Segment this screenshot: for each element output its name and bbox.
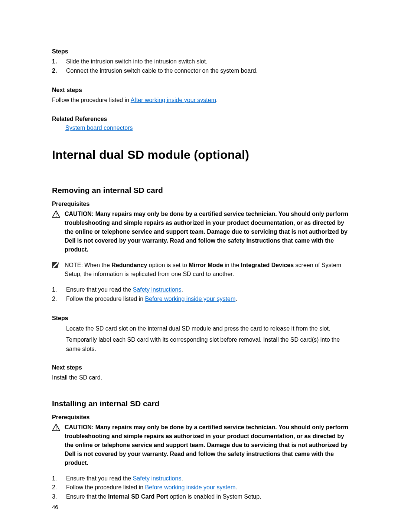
text-bold: Redundancy <box>111 262 147 268</box>
step-number: 1. <box>52 57 59 66</box>
steps-list-top: 1. Slide the intrusion switch into the i… <box>52 57 349 76</box>
steps-heading: Steps <box>52 315 349 322</box>
steps-body: Locate the SD card slot on the internal … <box>52 324 349 354</box>
caution-callout: CAUTION: Many repairs may only be done b… <box>52 423 349 467</box>
text: . <box>181 286 183 293</box>
text: in the <box>223 262 241 268</box>
list-item: 2. Connect the intrusion switch cable to… <box>52 66 349 76</box>
step-number: 1. <box>52 474 59 483</box>
step-number: 1. <box>52 285 59 295</box>
text-bold: Integrated Devices <box>241 262 294 268</box>
step-text: Temporarily label each SD card with its … <box>66 335 349 354</box>
caution-body: CAUTION: Many repairs may only be done b… <box>65 210 349 254</box>
text-bold: Mirror Mode <box>189 262 223 268</box>
text: Follow the procedure listed in <box>66 296 145 302</box>
text: . <box>181 475 183 482</box>
text: Follow the procedure listed in <box>66 484 145 490</box>
text-bold: Internal SD Card Port <box>108 493 168 500</box>
prerequisites-heading: Prerequisites <box>52 414 349 421</box>
note-label: NOTE: <box>65 262 84 268</box>
section-title: Internal dual SD module (optional) <box>52 148 349 162</box>
text: Ensure that you read the <box>66 475 133 482</box>
text: Follow the procedure listed in <box>52 97 131 103</box>
related-refs-item: System board connectors <box>52 125 349 131</box>
step-text: Connect the intrusion switch cable to th… <box>66 66 258 76</box>
list-item: 3. Ensure that the Internal SD Card Port… <box>52 492 349 502</box>
note-icon <box>52 261 60 279</box>
text: . <box>235 296 237 302</box>
steps-heading: Steps <box>52 48 349 55</box>
text: . <box>235 484 237 490</box>
step-text: Locate the SD card slot on the internal … <box>66 324 349 334</box>
next-steps-heading: Next steps <box>52 364 349 371</box>
removing-heading: Removing an internal SD card <box>52 186 349 195</box>
step-number: 2. <box>52 66 59 76</box>
before-working-link[interactable]: Before working inside your system <box>145 484 236 490</box>
caution-label: CAUTION: <box>65 211 95 217</box>
step-number: 2. <box>52 295 59 304</box>
text: . <box>216 97 218 103</box>
before-working-link[interactable]: Before working inside your system <box>145 296 236 302</box>
step-number: 2. <box>52 483 59 492</box>
prerequisites-heading: Prerequisites <box>52 201 349 207</box>
note-body: NOTE: When the Redundancy option is set … <box>65 261 349 279</box>
caution-icon <box>52 423 60 467</box>
caution-text: Many repairs may only be done by a certi… <box>65 211 348 253</box>
text: Ensure that the <box>66 493 108 500</box>
next-steps-text: Follow the procedure listed in After wor… <box>52 96 349 105</box>
system-board-connectors-link[interactable]: System board connectors <box>65 125 133 131</box>
caution-body: CAUTION: Many repairs may only be done b… <box>65 423 349 467</box>
page-number: 46 <box>52 504 58 510</box>
safety-instructions-link[interactable]: Safety instructions <box>133 286 182 293</box>
list-item: 1. Ensure that you read the Safety instr… <box>52 474 349 483</box>
text: option is set to <box>147 262 189 268</box>
text: option is enabled in System Setup. <box>168 493 261 500</box>
next-steps-text: Install the SD card. <box>52 373 349 382</box>
caution-icon <box>52 210 60 254</box>
note-callout: NOTE: When the Redundancy option is set … <box>52 261 349 279</box>
safety-instructions-link[interactable]: Safety instructions <box>133 475 182 482</box>
list-item: 2. Follow the procedure listed in Before… <box>52 483 349 492</box>
step-text: Ensure that you read the Safety instruct… <box>66 285 183 295</box>
list-item: 1. Slide the intrusion switch into the i… <box>52 57 349 66</box>
step-text: Follow the procedure listed in Before wo… <box>66 295 237 304</box>
caution-label: CAUTION: <box>65 424 95 430</box>
svg-point-6 <box>56 429 56 430</box>
svg-point-2 <box>56 216 56 217</box>
step-text: Follow the procedure listed in Before wo… <box>66 483 237 492</box>
related-refs-heading: Related References <box>52 116 349 122</box>
spacer <box>52 382 349 399</box>
prereq-list-install: 1. Ensure that you read the Safety instr… <box>52 474 349 502</box>
next-steps-heading: Next steps <box>52 87 349 93</box>
step-number: 3. <box>52 492 59 502</box>
prereq-list-remove: 1. Ensure that you read the Safety instr… <box>52 285 349 304</box>
list-item: 1. Ensure that you read the Safety instr… <box>52 285 349 295</box>
caution-text: Many repairs may only be done by a certi… <box>65 424 348 466</box>
step-text: Ensure that you read the Safety instruct… <box>66 474 183 483</box>
after-working-link[interactable]: After working inside your system <box>131 97 216 103</box>
document-page: Steps 1. Slide the intrusion switch into… <box>0 0 401 502</box>
step-text: Ensure that the Internal SD Card Port op… <box>66 492 261 502</box>
installing-heading: Installing an internal SD card <box>52 399 349 408</box>
text: Ensure that you read the <box>66 286 133 293</box>
text: When the <box>84 262 111 268</box>
list-item: 2. Follow the procedure listed in Before… <box>52 295 349 304</box>
step-text: Slide the intrusion switch into the intr… <box>66 57 208 66</box>
caution-callout: CAUTION: Many repairs may only be done b… <box>52 210 349 254</box>
